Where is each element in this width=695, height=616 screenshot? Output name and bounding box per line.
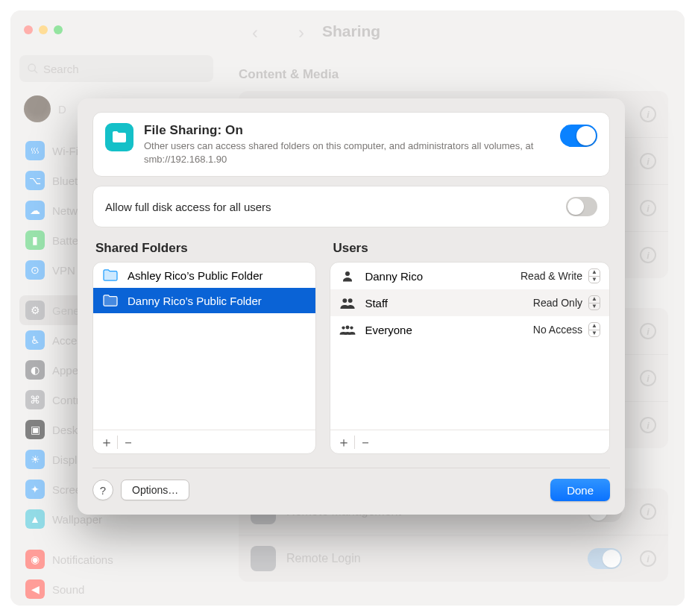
options-button[interactable]: Options… — [121, 480, 189, 500]
user-name-label: Staff — [365, 297, 523, 309]
folder-icon — [102, 294, 119, 307]
stepper-icon: ▲▼ — [588, 322, 600, 337]
users-list: Danny Rico Read & Write ▲▼ Staff Read On… — [330, 262, 610, 454]
svg-point-4 — [348, 298, 353, 303]
user-row[interactable]: Everyone No Access ▲▼ — [330, 316, 609, 343]
file-sharing-status-card: File Sharing: On Other users can access … — [92, 112, 610, 177]
help-button[interactable]: ? — [92, 480, 113, 500]
full-disk-access-label: Allow full disk access for all users — [105, 201, 566, 213]
permission-value: No Access — [533, 324, 582, 336]
svg-point-3 — [343, 298, 348, 303]
user-name-label: Danny Rico — [365, 270, 512, 283]
remove-folder-button[interactable]: － — [118, 432, 139, 453]
user-name-label: Everyone — [365, 324, 523, 336]
svg-point-6 — [346, 326, 350, 330]
person-icon — [339, 269, 356, 283]
folder-icon — [102, 268, 119, 282]
stepper-icon: ▲▼ — [588, 268, 600, 283]
permission-value: Read Only — [533, 297, 582, 309]
file-sharing-title: File Sharing: On — [144, 123, 550, 138]
file-sharing-subtitle: Other users can access shared folders on… — [144, 139, 550, 166]
full-disk-access-card: Allow full disk access for all users — [92, 186, 610, 227]
permission-value: Read & Write — [521, 270, 582, 282]
sheet-footer: ? Options… Done — [92, 468, 610, 501]
file-sharing-sheet: File Sharing: On Other users can access … — [78, 98, 625, 515]
shared-folder-row[interactable]: Ashley Rico’s Public Folder — [93, 263, 315, 288]
stepper-icon: ▲▼ — [588, 295, 600, 310]
add-user-button[interactable]: ＋ — [333, 432, 354, 453]
svg-point-5 — [342, 327, 345, 330]
svg-point-7 — [350, 327, 353, 330]
remove-user-button[interactable]: － — [355, 432, 376, 453]
add-folder-button[interactable]: ＋ — [96, 432, 117, 453]
person-icon — [339, 323, 356, 336]
done-button[interactable]: Done — [550, 479, 610, 501]
folder-name: Ashley Rico’s Public Folder — [128, 269, 262, 282]
shared-folders-list: Ashley Rico’s Public FolderDanny Rico’s … — [92, 262, 316, 454]
user-row[interactable]: Staff Read Only ▲▼ — [330, 289, 609, 316]
permission-select[interactable]: No Access ▲▼ — [533, 322, 600, 337]
file-sharing-icon — [105, 123, 133, 151]
svg-point-2 — [345, 271, 350, 276]
folder-name: Danny Rico’s Public Folder — [128, 295, 262, 307]
permission-select[interactable]: Read Only ▲▼ — [533, 295, 600, 310]
user-row[interactable]: Danny Rico Read & Write ▲▼ — [330, 263, 609, 289]
permission-select[interactable]: Read & Write ▲▼ — [521, 268, 600, 283]
file-sharing-toggle[interactable] — [560, 125, 597, 147]
person-icon — [339, 296, 356, 309]
users-column: Users Danny Rico Read & Write ▲▼ Staff R… — [330, 241, 610, 454]
full-disk-access-toggle[interactable] — [566, 197, 597, 216]
users-title: Users — [333, 241, 610, 256]
shared-folder-row[interactable]: Danny Rico’s Public Folder — [93, 288, 315, 313]
shared-folders-column: Shared Folders Ashley Rico’s Public Fold… — [92, 241, 316, 454]
shared-folders-title: Shared Folders — [95, 241, 316, 256]
